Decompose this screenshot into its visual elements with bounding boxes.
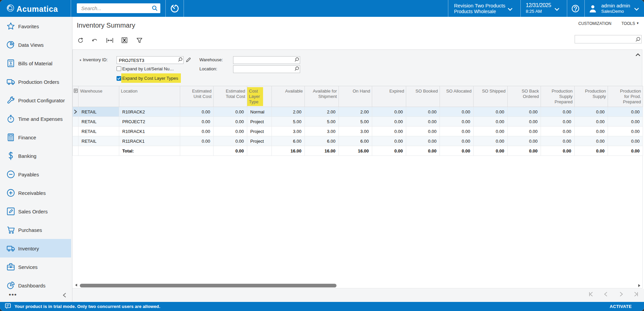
svg-text:$: $ — [10, 61, 12, 65]
